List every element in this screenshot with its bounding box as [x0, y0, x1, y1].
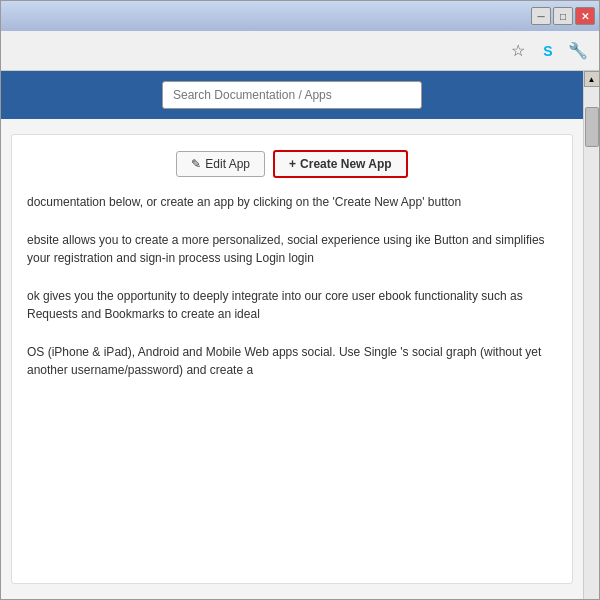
section-2-text: ebsite allows you to create a more perso… — [27, 231, 557, 267]
section-2: ebsite allows you to create a more perso… — [27, 231, 557, 267]
section-1-text: documentation below, or create an app by… — [27, 193, 557, 211]
edit-label: Edit App — [205, 157, 250, 171]
search-input[interactable] — [162, 81, 422, 109]
maximize-button[interactable]: □ — [553, 7, 573, 25]
edit-app-button[interactable]: ✎ Edit App — [176, 151, 265, 177]
star-icon[interactable]: ☆ — [507, 40, 529, 62]
section-4: OS (iPhone & iPad), Android and Mobile W… — [27, 343, 557, 379]
create-new-app-button[interactable]: + Create New App — [273, 150, 408, 178]
page-area: ✎ Edit App + Create New App documentatio… — [1, 71, 583, 599]
skype-icon[interactable]: S — [537, 40, 559, 62]
section-3-text: ok gives you the opportunity to deeply i… — [27, 287, 557, 323]
action-bar: ✎ Edit App + Create New App — [27, 150, 557, 178]
scrollbar[interactable]: ▲ — [583, 71, 599, 599]
settings-icon[interactable]: 🔧 — [567, 40, 589, 62]
title-bar: ─ □ ✕ — [1, 1, 599, 31]
content-panel: ✎ Edit App + Create New App documentatio… — [11, 134, 573, 584]
section-3: ok gives you the opportunity to deeply i… — [27, 287, 557, 323]
nav-bar — [1, 71, 583, 119]
browser-content: ✎ Edit App + Create New App documentatio… — [1, 71, 599, 599]
browser-window: ─ □ ✕ ☆ S 🔧 ✎ Edit App — [0, 0, 600, 600]
close-button[interactable]: ✕ — [575, 7, 595, 25]
section-4-text: OS (iPhone & iPad), Android and Mobile W… — [27, 343, 557, 379]
edit-icon: ✎ — [191, 157, 201, 171]
create-icon: + — [289, 157, 296, 171]
scrollbar-thumb[interactable] — [585, 107, 599, 147]
create-label: Create New App — [300, 157, 392, 171]
section-1: documentation below, or create an app by… — [27, 193, 557, 211]
browser-toolbar: ☆ S 🔧 — [1, 31, 599, 71]
minimize-button[interactable]: ─ — [531, 7, 551, 25]
scroll-up-arrow[interactable]: ▲ — [584, 71, 600, 87]
